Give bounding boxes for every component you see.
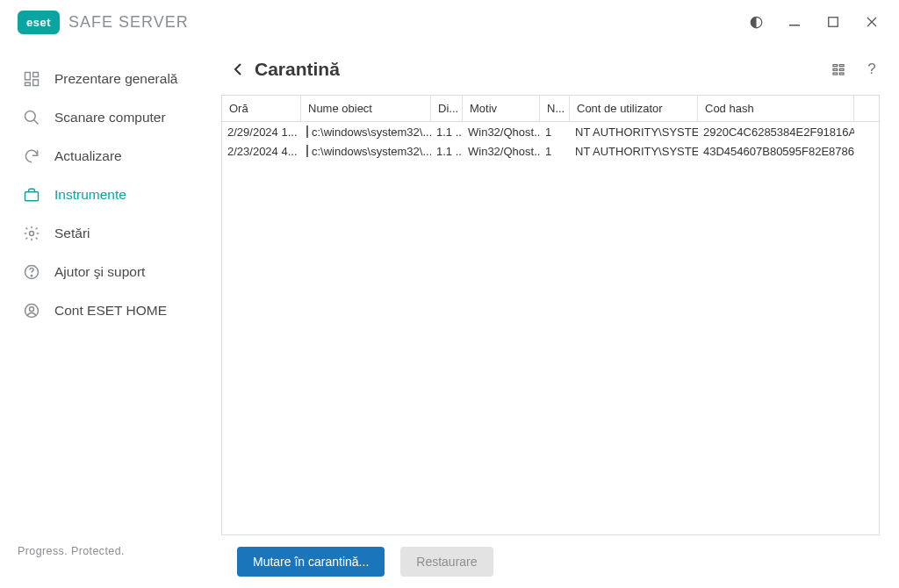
col-reason[interactable]: Motiv	[463, 96, 540, 121]
cell-time: 2/29/2024 1...	[222, 122, 301, 141]
svg-rect-6	[25, 82, 31, 85]
cell-object: c:\windows\system32\...	[301, 141, 431, 161]
col-size[interactable]: Di...	[431, 96, 463, 121]
svg-rect-19	[833, 73, 838, 75]
maximize-icon[interactable]	[825, 14, 841, 30]
svg-rect-18	[839, 68, 844, 70]
table-row[interactable]: 2/23/2024 4...c:\windows\system32\...1.1…	[222, 141, 879, 161]
dashboard-icon	[21, 68, 42, 90]
sidebar-item-label: Scanare computer	[54, 110, 166, 125]
col-count[interactable]: N...	[540, 96, 570, 121]
table-body: 2/29/2024 1...c:\windows\system32\...1.1…	[222, 122, 879, 534]
cell-user: NT AUTHORITY\SYSTEM	[570, 122, 698, 141]
logo-badge: eset	[18, 11, 60, 34]
refresh-icon	[21, 146, 42, 167]
col-spacer	[854, 96, 879, 121]
title-bar: eset SAFE SERVER	[0, 0, 899, 44]
svg-point-10	[30, 232, 34, 236]
svg-line-8	[34, 120, 39, 125]
sidebar-item-label: Cont ESET HOME	[54, 303, 167, 319]
sidebar-item-label: Actualizare	[54, 148, 122, 164]
table-header: Oră Nume obiect Di... Motiv N... Cont de…	[222, 96, 879, 122]
sidebar-item-overview[interactable]: Prezentare generală	[0, 60, 221, 98]
svg-rect-9	[25, 192, 39, 201]
help-icon	[21, 262, 42, 283]
cell-count: 1	[540, 141, 570, 161]
window-controls	[748, 14, 880, 30]
help-icon[interactable]: ?	[864, 61, 880, 77]
page-title: Carantină	[255, 59, 340, 80]
search-icon	[21, 107, 42, 128]
svg-rect-15	[833, 65, 838, 67]
user-icon	[21, 300, 42, 321]
sidebar: Prezentare generală Scanare computer Act…	[0, 44, 221, 535]
svg-point-7	[25, 111, 36, 122]
svg-rect-20	[839, 73, 844, 75]
cell-size: 1.1 ...	[431, 141, 463, 161]
cell-user: NT AUTHORITY\SYSTEM	[570, 141, 698, 161]
svg-rect-4	[33, 73, 39, 77]
product-name: SAFE SERVER	[68, 13, 189, 32]
sidebar-item-help[interactable]: Ajutor şi suport	[0, 253, 221, 291]
quarantine-table: Oră Nume obiect Di... Motiv N... Cont de…	[221, 95, 880, 535]
sidebar-item-label: Instrumente	[54, 187, 126, 203]
col-object[interactable]: Nume obiect	[301, 96, 431, 121]
cell-hash: 43D454607B80595F82E8786...	[698, 141, 854, 161]
action-bar: Mutare în carantină... Restaurare	[221, 535, 899, 588]
toolbox-icon	[21, 184, 42, 205]
close-icon[interactable]	[864, 14, 880, 30]
gear-icon	[21, 223, 42, 244]
svg-rect-16	[839, 65, 844, 67]
svg-rect-3	[25, 73, 31, 80]
svg-point-12	[31, 276, 32, 276]
move-to-quarantine-button[interactable]: Mutare în carantină...	[237, 547, 385, 577]
contrast-icon[interactable]	[748, 14, 764, 30]
footer-tagline: Progress. Protected.	[0, 545, 221, 578]
minimize-icon[interactable]	[787, 14, 802, 30]
back-icon[interactable]	[228, 60, 248, 79]
cell-hash: 2920C4C6285384E2F91816A...	[698, 122, 854, 141]
cell-size: 1.1 ...	[431, 122, 463, 141]
cell-reason: Win32/Qhost...	[463, 122, 540, 141]
sidebar-item-update[interactable]: Actualizare	[0, 137, 221, 176]
cell-object: c:\windows\system32\...	[301, 122, 431, 141]
table-row[interactable]: 2/29/2024 1...c:\windows\system32\...1.1…	[222, 122, 879, 141]
svg-rect-5	[33, 80, 39, 86]
col-time[interactable]: Oră	[222, 96, 301, 121]
main-panel: Carantină ? Oră Nume obiect Di... Motiv …	[221, 44, 899, 535]
col-hash[interactable]: Cod hash	[698, 96, 854, 121]
cell-count: 1	[540, 122, 570, 141]
sidebar-item-label: Setări	[54, 226, 90, 241]
sidebar-item-scan[interactable]: Scanare computer	[0, 98, 221, 137]
page-header: Carantină ?	[221, 44, 880, 95]
restore-button[interactable]: Restaurare	[400, 547, 493, 577]
view-options-icon[interactable]	[831, 61, 846, 77]
svg-point-14	[30, 307, 34, 312]
sidebar-item-settings[interactable]: Setări	[0, 214, 221, 253]
svg-rect-1	[789, 25, 800, 26]
sidebar-item-account[interactable]: Cont ESET HOME	[0, 291, 221, 330]
svg-rect-17	[833, 68, 838, 70]
svg-rect-2	[829, 18, 838, 27]
col-user[interactable]: Cont de utilizator	[570, 96, 698, 121]
sidebar-item-label: Prezentare generală	[54, 71, 177, 87]
cell-reason: Win32/Qhost...	[463, 141, 540, 161]
sidebar-item-tools[interactable]: Instrumente	[0, 176, 221, 214]
sidebar-item-label: Ajutor şi suport	[54, 264, 145, 280]
cell-time: 2/23/2024 4...	[222, 141, 301, 161]
